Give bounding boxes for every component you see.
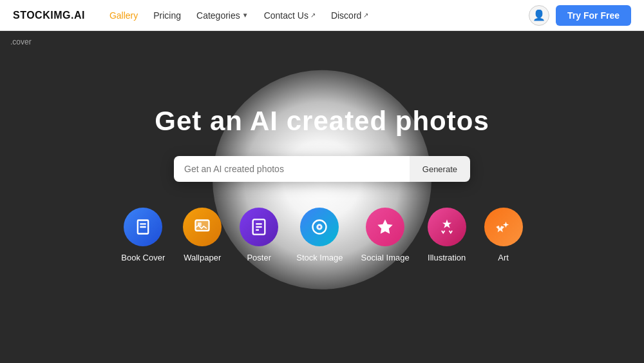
category-poster[interactable]: Poster [240,208,278,262]
category-illustration[interactable]: Illustration [428,208,466,262]
book-cover-icon [124,208,162,246]
art-label: Art [498,253,509,262]
art-icon [484,208,523,246]
wallpaper-label: Wallpaper [184,253,221,262]
svg-rect-1 [196,221,209,231]
illustration-label: Illustration [428,253,466,262]
categories-row: Book Cover Wallpaper [121,208,522,262]
hero-section: Get an AI created photos Generate Book C… [0,31,644,363]
hero-title: Get an AI created photos [155,106,489,137]
search-input[interactable] [174,156,410,182]
try-free-button[interactable]: Try For Free [556,5,631,26]
stock-image-icon [300,208,339,246]
nav-item-contact[interactable]: Contact Us ↗ [258,6,322,25]
poster-label: Poster [247,253,271,262]
svg-point-9 [319,226,321,228]
book-cover-label: Book Cover [121,253,165,262]
category-art[interactable]: Art [484,208,523,262]
category-stock-image[interactable]: Stock Image [296,208,343,262]
nav-item-categories[interactable]: Categories ▼ [190,6,255,25]
external-link-icon-2: ↗ [363,12,368,19]
category-book-cover[interactable]: Book Cover [121,208,165,262]
navigation: Gallery Pricing Categories ▼ Contact Us … [103,6,529,25]
nav-item-gallery[interactable]: Gallery [103,6,144,25]
social-image-icon [366,208,404,246]
generate-button[interactable]: Generate [410,156,470,182]
main-content: .cover Get an AI created photos Generate… [0,31,644,363]
logo: STOCKIMG.AI [13,10,85,21]
wallpaper-icon [183,208,222,246]
header: STOCKIMG.AI Gallery Pricing Categories ▼… [0,0,644,31]
category-social-image[interactable]: Social Image [361,208,410,262]
header-right: 👤 Try For Free [529,5,631,26]
svg-marker-10 [377,219,392,233]
nav-item-discord[interactable]: Discord ↗ [325,6,375,25]
illustration-icon [428,208,466,246]
category-wallpaper[interactable]: Wallpaper [183,208,222,262]
poster-icon [240,208,278,246]
stock-image-label: Stock Image [296,253,343,262]
chevron-down-icon: ▼ [242,12,249,19]
external-link-icon: ↗ [310,12,316,19]
search-box: Generate [174,156,470,182]
social-image-label: Social Image [361,253,410,262]
user-icon-button[interactable]: 👤 [529,5,549,26]
nav-item-pricing[interactable]: Pricing [147,6,187,25]
user-icon: 👤 [533,9,545,21]
